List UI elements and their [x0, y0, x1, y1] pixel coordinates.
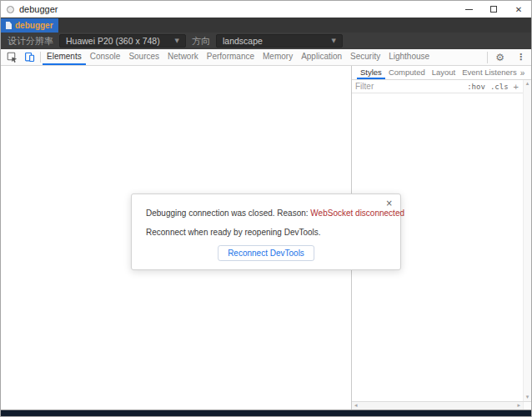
toolbar-divider — [40, 52, 41, 63]
inspect-cursor-icon — [7, 52, 18, 63]
window-title: debugger — [19, 4, 58, 14]
devtools-toolbar: ElementsConsoleSourcesNetworkPerformance… — [1, 49, 531, 66]
orientation-label: 方向 — [192, 35, 210, 48]
new-style-rule-icon[interactable]: + — [514, 83, 519, 91]
close-icon: ✕ — [515, 5, 522, 14]
toggle-device-toolbar-button[interactable] — [21, 49, 38, 65]
tab-memory[interactable]: Memory — [258, 49, 297, 65]
window-controls: ✕ — [456, 1, 531, 18]
tab-performance[interactable]: Performance — [203, 49, 258, 65]
chevron-down-icon: ▼ — [175, 38, 179, 44]
scrollbar-corner — [523, 402, 531, 409]
debugger-tab[interactable]: debugger — [1, 18, 58, 33]
app-icon — [7, 6, 14, 13]
document-icon — [6, 22, 12, 29]
maximize-icon — [490, 6, 497, 13]
settings-gear-icon[interactable]: ⚙ — [489, 52, 510, 63]
sidebar-tab-layout[interactable]: Layout — [429, 66, 459, 79]
dialog-instruction: Reconnect when ready by reopening DevToo… — [146, 228, 321, 237]
titlebar: debugger ✕ — [1, 1, 531, 18]
sidebar-tab-event-listeners[interactable]: Event Listeners — [459, 66, 519, 79]
scroll-down-icon[interactable]: ▾ — [526, 394, 529, 400]
toolbar-divider — [487, 52, 488, 63]
debugger-tab-label: debugger — [15, 21, 53, 30]
dialog-close-icon[interactable]: × — [386, 198, 393, 208]
more-tabs-icon[interactable]: » — [520, 68, 525, 78]
device-toolbar: 设计分辨率 Huawei P20 (360 x 748) ▼ 方向 landsc… — [1, 33, 531, 49]
scroll-left-icon[interactable]: ◂ — [354, 403, 358, 409]
dialog-reason: WebSocket disconnected — [310, 208, 404, 218]
tab-console[interactable]: Console — [86, 49, 125, 65]
styles-filter-row: :hov .cls + — [352, 80, 523, 93]
reconnect-devtools-button[interactable]: Reconnect DevTools — [218, 245, 314, 261]
dialog-message: Debugging connection was closed. Reason:… — [146, 208, 404, 218]
minimize-icon — [465, 9, 473, 10]
sidebar-tab-computed[interactable]: Computed — [385, 66, 429, 79]
vertical-scrollbar[interactable]: ▴ ▾ — [523, 80, 531, 401]
tab-sources[interactable]: Sources — [124, 49, 163, 65]
filter-input[interactable] — [355, 82, 462, 91]
resolution-select[interactable]: Huawei P20 (360 x 748) ▼ — [59, 34, 186, 48]
bottom-strip — [1, 409, 531, 416]
scroll-right-icon[interactable]: ▸ — [517, 403, 520, 409]
horizontal-scrollbar[interactable]: ◂ ▸ — [352, 402, 523, 409]
sidebar-tab-styles[interactable]: Styles — [357, 66, 385, 79]
devtools-tabs: ElementsConsoleSourcesNetworkPerformance… — [43, 49, 434, 65]
close-button[interactable]: ✕ — [506, 1, 531, 18]
tab-lighthouse[interactable]: Lighthouse — [384, 49, 434, 65]
devtools-toolbar-right: ⚙ ⋮ — [485, 49, 531, 65]
tab-elements[interactable]: Elements — [43, 49, 86, 65]
tab-application[interactable]: Application — [297, 49, 346, 65]
app-window: debugger ✕ debugger 设计分辨率 Huawei P20 (36… — [0, 0, 532, 417]
tab-security[interactable]: Security — [346, 49, 384, 65]
scroll-up-icon[interactable]: ▴ — [526, 81, 529, 87]
maximize-button[interactable] — [481, 1, 506, 18]
resolution-label: 设计分辨率 — [8, 35, 53, 48]
orientation-value: landscape — [223, 36, 332, 46]
device-toolbar-icon — [24, 52, 35, 63]
more-options-icon[interactable]: ⋮ — [510, 52, 531, 63]
toggle-element-state-button[interactable]: :hov — [467, 83, 485, 91]
resolution-value: Huawei P20 (360 x 748) — [66, 36, 175, 46]
app-tabstrip: debugger — [1, 18, 531, 33]
chevron-down-icon: ▼ — [332, 38, 336, 44]
sidebar-bottom-row: ◂ ▸ — [352, 401, 531, 409]
tab-network[interactable]: Network — [163, 49, 203, 65]
sidebar-tabs: StylesComputedLayoutEvent Listeners» — [352, 66, 531, 80]
orientation-select[interactable]: landscape ▼ — [216, 34, 343, 48]
dialog-message-prefix: Debugging connection was closed. Reason: — [146, 208, 310, 218]
inspect-element-button[interactable] — [3, 49, 21, 65]
minimize-button[interactable] — [456, 1, 481, 18]
reconnect-dialog: × Debugging connection was closed. Reaso… — [131, 193, 401, 270]
element-classes-button[interactable]: .cls — [490, 83, 509, 91]
